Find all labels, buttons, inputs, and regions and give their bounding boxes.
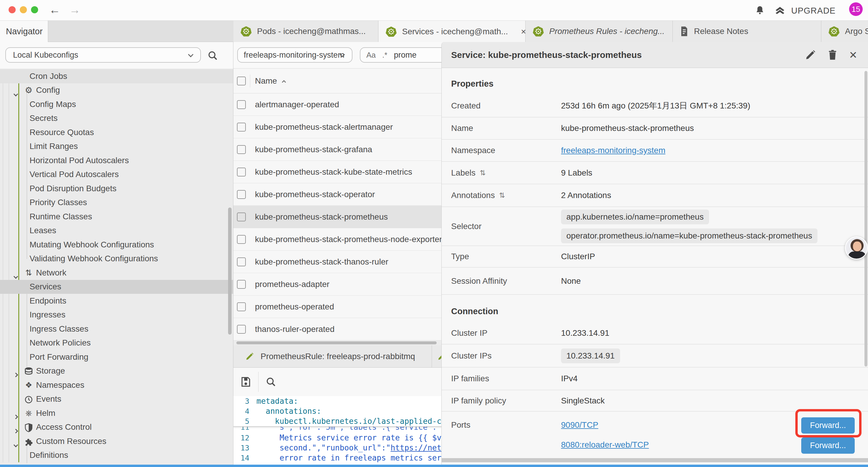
save-icon[interactable] <box>239 375 252 388</box>
sidebar-item-validating-webhook-configurations[interactable]: Validating Webhook Configurations <box>0 252 233 266</box>
sidebar-item-port-forwarding[interactable]: Port Forwarding <box>0 350 233 364</box>
sidebar-item-priority-classes[interactable]: Priority Classes <box>0 196 233 210</box>
chevron-down-icon[interactable] <box>14 439 18 449</box>
window-zoom-button[interactable] <box>31 6 38 13</box>
sidebar-item-endpoints[interactable]: Endpoints <box>0 294 233 308</box>
sidebar-item-network-policies[interactable]: Network Policies <box>0 336 233 350</box>
table-row[interactable]: kube-prometheus-stack-kube-state-metrics <box>234 161 441 183</box>
sidebar-item-definitions[interactable]: Definitions <box>0 448 233 463</box>
row-checkbox[interactable] <box>237 280 246 289</box>
close-icon[interactable]: ✕ <box>849 49 858 61</box>
table-horizontal-scrollbar[interactable] <box>234 341 441 345</box>
tab-services[interactable]: Services - icecheng@math...× <box>378 21 526 42</box>
notification-count-badge[interactable]: 15 <box>849 2 863 16</box>
row-checkbox[interactable] <box>237 100 246 109</box>
table-row[interactable]: kube-prometheus-stack-operator <box>234 183 441 206</box>
sidebar-item-leases[interactable]: Leases <box>0 224 233 238</box>
table-row[interactable]: prometheus-adapter <box>234 273 441 296</box>
sidebar-item-custom-resources[interactable]: Custom Resources <box>0 434 233 448</box>
sidebar-item-services[interactable]: Services <box>0 280 233 294</box>
row-checkbox[interactable] <box>237 302 246 311</box>
sidebar-search-icon[interactable] <box>207 50 219 61</box>
table-row[interactable]: kube-prometheus-stack-prometheus <box>234 206 441 228</box>
sidebar-item-pod-disruption-budgets[interactable]: Pod Disruption Budgets <box>0 181 233 196</box>
row-checkbox[interactable] <box>237 258 246 266</box>
chevron-right-icon[interactable] <box>14 369 18 379</box>
delete-trash-icon[interactable] <box>827 49 838 61</box>
sidebar-item-config-maps[interactable]: Config Maps <box>0 97 233 111</box>
table-row[interactable]: kube-prometheus-stack-grafana <box>234 138 441 161</box>
port-link[interactable]: 9090/TCP <box>561 420 649 430</box>
sidebar-item-label: Namespaces <box>36 380 84 390</box>
match-case-icon[interactable]: Aa <box>366 51 376 60</box>
port-link[interactable]: 8080:reloader-web/TCP <box>561 440 649 449</box>
sidebar-item-network[interactable]: ⇅Network <box>0 266 233 280</box>
chevron-right-icon[interactable] <box>14 411 18 420</box>
window-minimize-button[interactable] <box>20 6 27 13</box>
yaml-editor[interactable]: 3metadata:4 annotations:5 kubectl.kubern… <box>234 396 441 465</box>
sidebar-item-cron-jobs[interactable]: Cron Jobs <box>0 69 233 83</box>
table-row[interactable]: prometheus-operated <box>234 296 441 318</box>
sidebar-item-events[interactable]: Events <box>0 392 233 406</box>
chevron-down-icon[interactable] <box>14 88 18 98</box>
tab-release[interactable]: Release Notes <box>673 21 821 42</box>
navigator-panel-tab[interactable]: Navigator <box>0 21 48 42</box>
table-row[interactable]: alertmanager-operated <box>234 93 441 116</box>
sidebar-item-config[interactable]: ⚙Config <box>0 83 233 97</box>
row-checkbox[interactable] <box>237 190 246 199</box>
sort-updown-icon[interactable]: ⇅ <box>480 169 486 177</box>
table-row[interactable]: kube-prometheus-stack-alertmanager <box>234 116 441 138</box>
user-avatar[interactable] <box>845 236 868 260</box>
sidebar-scrollbar[interactable] <box>228 207 231 334</box>
row-checkbox[interactable] <box>237 235 246 244</box>
scrollbar-thumb[interactable] <box>236 341 437 344</box>
name-column-header[interactable]: Name <box>255 76 277 86</box>
chevron-right-icon[interactable] <box>14 425 18 435</box>
sidebar-item-storage[interactable]: Storage <box>0 364 233 378</box>
sidebar-item-horizontal-pod-autoscalers[interactable]: Horizontal Pod Autoscalers <box>0 153 233 168</box>
sidebar-item-mutating-webhook-configurations[interactable]: Mutating Webhook Configurations <box>0 238 233 252</box>
select-all-checkbox[interactable] <box>237 77 246 85</box>
tab-prometheus[interactable]: Prometheus Rules - icecheng... <box>526 21 673 42</box>
row-checkbox[interactable] <box>237 325 246 334</box>
namespace-selector[interactable]: freeleaps-monitoring-system <box>237 47 352 63</box>
sidebar-item-ingresses[interactable]: Ingresses <box>0 308 233 322</box>
sort-updown-icon[interactable]: ⇅ <box>499 191 505 200</box>
window-close-button[interactable] <box>8 6 16 13</box>
sidebar-item-access-control[interactable]: Access Control <box>0 420 233 435</box>
chevron-down-icon[interactable] <box>14 271 18 280</box>
editor-search-icon[interactable] <box>265 376 277 388</box>
table-row[interactable]: thanos-ruler-operated <box>234 318 441 341</box>
table-row[interactable]: kube-prometheus-stack-thanos-ruler <box>234 251 441 273</box>
row-checkbox[interactable] <box>237 123 246 132</box>
sidebar-item-limit-ranges[interactable]: Limit Ranges <box>0 140 233 154</box>
row-checkbox[interactable] <box>237 145 246 154</box>
sort-ascending-icon[interactable] <box>282 80 286 84</box>
detail-scrollbar[interactable] <box>864 71 867 367</box>
kubeconfig-selector[interactable]: Local Kubeconfigs <box>5 47 201 63</box>
notifications-bell-icon[interactable] <box>754 5 766 17</box>
sidebar-item-helm[interactable]: ⎈Helm <box>0 406 233 420</box>
back-button[interactable]: ← <box>47 2 62 17</box>
editor-tab-partial[interactable] <box>432 352 441 361</box>
namespace-link[interactable]: freeleaps-monitoring-system <box>561 146 665 155</box>
tab-pods[interactable]: Pods - icecheng@mathmas... <box>234 21 378 42</box>
close-tab-icon[interactable]: × <box>521 27 526 37</box>
editor-tab-prometheusrule[interactable]: PrometheusRule: freeleaps-prod-rabbitmq <box>234 345 432 368</box>
row-checkbox[interactable] <box>237 212 246 222</box>
row-checkbox[interactable] <box>237 168 246 176</box>
forward-button[interactable]: → <box>67 2 82 17</box>
table-row[interactable]: kube-prometheus-stack-prometheus-node-ex… <box>234 228 441 251</box>
regex-icon[interactable]: .* <box>382 51 387 60</box>
forward-button[interactable]: Forward... <box>801 437 855 454</box>
sidebar-item-resource-quotas[interactable]: Resource Quotas <box>0 125 233 140</box>
sidebar-item-secrets[interactable]: Secrets <box>0 111 233 126</box>
sidebar-item-namespaces[interactable]: ❖Namespaces <box>0 378 233 392</box>
sidebar-item-vertical-pod-autoscalers[interactable]: Vertical Pod Autoscalers <box>0 168 233 182</box>
tab-argo[interactable]: Argo Se <box>821 21 868 42</box>
edit-pencil-icon[interactable] <box>805 49 816 61</box>
sidebar-item-ingress-classes[interactable]: Ingress Classes <box>0 322 233 336</box>
table-search-input[interactable]: Aa .* prome <box>360 47 441 63</box>
sidebar-item-runtime-classes[interactable]: Runtime Classes <box>0 209 233 224</box>
upgrade-button[interactable]: UPGRADE <box>773 4 836 17</box>
